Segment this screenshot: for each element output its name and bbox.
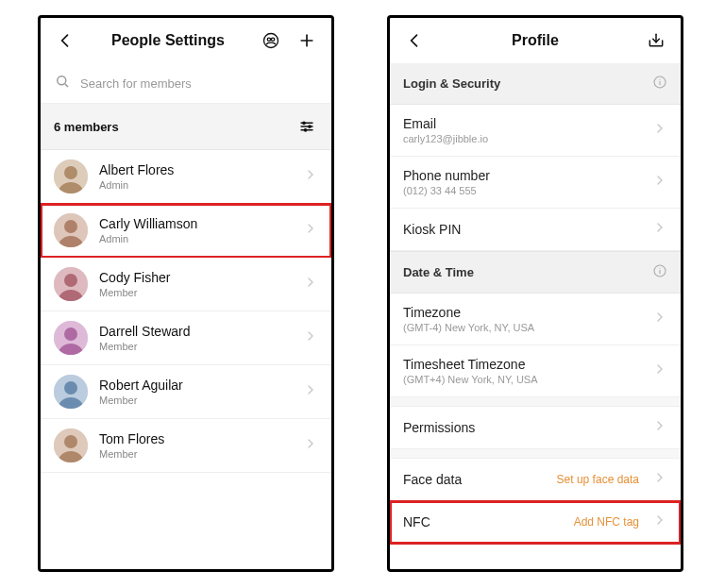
topbar: Profile <box>390 18 681 63</box>
add-icon[interactable] <box>295 29 318 52</box>
chevron-right-icon <box>303 167 318 186</box>
member-row[interactable]: Carly Williamson Admin <box>41 204 331 258</box>
row-label: Timesheet Timezone <box>403 357 643 372</box>
settings-row[interactable]: NFC Add NFC tag <box>390 501 681 544</box>
chevron-right-icon <box>652 173 667 192</box>
section-heading-label: Login & Security <box>403 76 500 91</box>
member-role: Member <box>99 448 292 460</box>
member-role: Member <box>99 287 292 298</box>
row-label: Phone number <box>403 168 643 183</box>
member-info: Carly Williamson Admin <box>99 216 292 244</box>
row-action-label: Add NFC tag <box>574 515 639 529</box>
search-icon <box>54 73 71 93</box>
chevron-right-icon <box>303 221 318 240</box>
section-heading: Date & Time <box>390 251 681 294</box>
member-list: Albert Flores Admin Carly Williamson Adm… <box>41 150 331 569</box>
row-main: Timesheet Timezone (GMT+4) New York, NY,… <box>403 357 643 385</box>
avatar <box>54 375 88 409</box>
svg-point-10 <box>64 220 77 233</box>
row-main: Face data <box>403 472 548 487</box>
row-label: Email <box>403 116 643 131</box>
member-info: Cody Fisher Member <box>99 270 292 298</box>
row-sublabel: (GMT+4) New York, NY, USA <box>403 374 643 385</box>
row-action-label: Set up face data <box>557 473 639 486</box>
settings-row[interactable]: Timesheet Timezone (GMT+4) New York, NY,… <box>390 345 681 397</box>
member-info: Tom Flores Member <box>99 431 292 460</box>
row-label: Face data <box>403 472 548 487</box>
member-role: Member <box>99 341 292 352</box>
avatar <box>54 267 88 301</box>
svg-point-0 <box>264 34 278 48</box>
chevron-right-icon <box>303 382 318 401</box>
member-info: Albert Flores Admin <box>99 162 292 191</box>
member-role: Admin <box>99 233 292 244</box>
member-name: Tom Flores <box>99 431 292 446</box>
people-settings-screen: People Settings 6 members Albert Flores … <box>38 15 334 572</box>
profile-screen: Profile Login & Security Email carly123@… <box>387 15 683 572</box>
avatar <box>54 428 88 462</box>
chevron-right-icon <box>652 470 667 489</box>
people-icon[interactable] <box>260 29 282 52</box>
filter-icon[interactable] <box>295 115 318 138</box>
back-icon[interactable] <box>403 29 426 52</box>
section-spacer <box>390 449 681 459</box>
settings-row[interactable]: Timezone (GMT-4) New York, NY, USA <box>390 294 681 345</box>
member-info: Darrell Steward Member <box>99 324 292 352</box>
settings-row[interactable]: Kiosk PIN <box>390 209 681 251</box>
section-heading-label: Date & Time <box>403 265 474 279</box>
chevron-right-icon <box>652 361 667 380</box>
chevron-right-icon <box>303 328 318 347</box>
chevron-right-icon <box>652 310 667 328</box>
svg-point-4 <box>303 122 305 124</box>
member-name: Cody Fisher <box>99 270 292 285</box>
chevron-right-icon <box>652 220 667 239</box>
row-sublabel: carly123@jibble.io <box>403 133 643 144</box>
svg-point-8 <box>64 166 77 179</box>
search-bar[interactable] <box>41 63 331 104</box>
member-row[interactable]: Tom Flores Member <box>41 419 331 473</box>
profile-sections: Login & Security Email carly123@jibble.i… <box>390 63 681 569</box>
svg-point-16 <box>64 381 77 395</box>
avatar <box>54 160 88 193</box>
member-name: Darrell Steward <box>99 324 292 339</box>
row-main: Email carly123@jibble.io <box>403 116 643 144</box>
row-label: NFC <box>403 514 565 529</box>
settings-row[interactable]: Permissions <box>390 407 681 449</box>
row-sublabel: (GMT-4) New York, NY, USA <box>403 322 643 333</box>
row-main: NFC <box>403 514 565 529</box>
member-role: Admin <box>99 179 292 191</box>
member-count-label: 6 members <box>54 120 119 134</box>
member-name: Albert Flores <box>99 162 292 177</box>
chevron-right-icon <box>652 121 667 140</box>
topbar: People Settings <box>41 18 331 63</box>
member-row[interactable]: Albert Flores Admin <box>41 150 331 204</box>
svg-point-2 <box>271 38 274 41</box>
settings-row[interactable]: Face data Set up face data <box>390 459 681 501</box>
chevron-right-icon <box>652 418 667 437</box>
row-label: Timezone <box>403 305 643 320</box>
row-label: Permissions <box>403 420 643 435</box>
member-row[interactable]: Cody Fisher Member <box>41 258 331 311</box>
settings-row[interactable]: Email carly123@jibble.io <box>390 105 681 157</box>
avatar <box>54 213 88 247</box>
member-row[interactable]: Robert Aguilar Member <box>41 365 331 419</box>
member-info: Robert Aguilar Member <box>99 378 292 406</box>
info-icon[interactable] <box>652 75 667 92</box>
row-label: Kiosk PIN <box>403 222 643 237</box>
member-count-bar: 6 members <box>41 104 331 150</box>
settings-row[interactable]: Phone number (012) 33 44 555 <box>390 157 681 209</box>
member-name: Robert Aguilar <box>99 378 292 393</box>
row-sublabel: (012) 33 44 555 <box>403 185 643 196</box>
svg-point-3 <box>58 76 66 85</box>
info-icon[interactable] <box>652 263 667 281</box>
row-main: Kiosk PIN <box>403 222 643 237</box>
back-icon[interactable] <box>54 29 76 52</box>
svg-point-14 <box>64 328 77 341</box>
archive-icon[interactable] <box>645 29 667 52</box>
section-spacer <box>390 397 681 407</box>
member-name: Carly Williamson <box>99 216 292 231</box>
search-input[interactable] <box>80 76 318 91</box>
page-title: Profile <box>433 32 637 49</box>
chevron-right-icon <box>652 512 667 531</box>
member-row[interactable]: Darrell Steward Member <box>41 311 331 365</box>
